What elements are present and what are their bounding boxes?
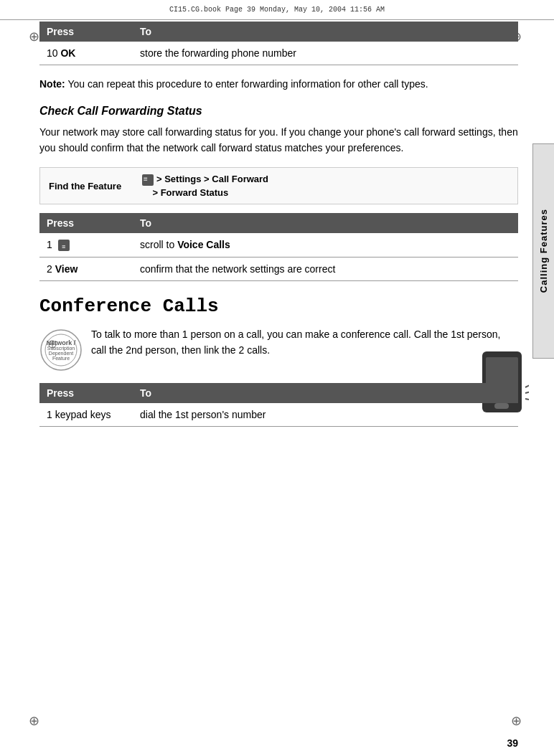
keypad-keys-label: keypad keys: [55, 409, 111, 420]
find-feature-icon: > Settings > Call Forward: [142, 174, 268, 186]
main-content: Press To 10 OK store the forwarding phon…: [39, 22, 518, 727]
view-label: View: [55, 263, 78, 275]
table-row: 1 ≡ scroll to Voice Calls: [39, 233, 518, 257]
note-paragraph: Note: You can repeat this procedure to e…: [39, 77, 518, 92]
check-press-to-table: Press To 1 ≡ scroll to Voice Calls: [39, 213, 518, 281]
find-feature-box: Find the Feature > Settings > Call Forwa…: [39, 167, 518, 204]
menu-icon-cell: ≡: [58, 240, 70, 251]
page-number: 39: [507, 737, 518, 749]
row-press-cell: 2 View: [39, 257, 133, 281]
find-feature-label: Find the Feature: [49, 181, 142, 192]
ok-label: OK: [60, 47, 75, 59]
conf-table-press-header: Press: [39, 383, 133, 403]
table-row: 2 View confirm that the network settings…: [39, 257, 518, 281]
svg-line-5: [525, 399, 529, 400]
row-press-cell: 1 keypad keys: [39, 403, 133, 427]
row-press-cell: 1 ≡: [39, 233, 133, 257]
svg-text:Feature: Feature: [52, 356, 70, 362]
row-action-cell: dial the 1st person's number: [133, 403, 518, 427]
note-label: Note:: [39, 78, 65, 90]
find-feature-path-line2: > Forward Status: [142, 187, 268, 198]
row-press-cell: 10 OK: [39, 42, 133, 65]
table-row: 10 OK store the forwarding phone number: [39, 42, 518, 65]
header-text: CI15.CG.book Page 39 Monday, May 10, 200…: [43, 6, 511, 14]
row-action-cell: store the forwarding phone number: [133, 42, 518, 65]
check-table-press-header: Press: [39, 213, 133, 233]
side-tab-label: Calling Features: [538, 209, 549, 293]
voice-calls-text: Voice Calls: [177, 239, 230, 250]
menu-icon: [142, 174, 154, 186]
row-action-cell: scroll to Voice Calls: [133, 233, 518, 257]
check-section-body: Your network may store call forwarding s…: [39, 125, 518, 156]
conference-heading: Conference Calls: [39, 296, 518, 317]
top-table-press-header: Press: [39, 22, 133, 42]
network-feature-row: Network / Subscription Dependent Feature…: [39, 327, 518, 372]
conference-body: To talk to more than 1 person on a call,…: [91, 327, 518, 358]
top-table-to-header: To: [133, 22, 518, 42]
find-feature-path: > Settings > Call Forward > Forward Stat…: [142, 174, 268, 198]
table-row: 1 keypad keys dial the 1st person's numb…: [39, 403, 518, 427]
conf-table-to-header: To: [133, 383, 518, 403]
top-press-to-table: Press To 10 OK store the forwarding phon…: [39, 22, 518, 65]
svg-line-3: [525, 384, 529, 387]
note-text: You can repeat this procedure to enter f…: [65, 78, 428, 90]
find-feature-path-line1: > Settings > Call Forward: [156, 174, 268, 184]
svg-line-4: [525, 391, 529, 393]
check-section-heading: Check Call Forwarding Status: [39, 105, 518, 118]
header-bar: CI15.CG.book Page 39 Monday, May 10, 200…: [0, 0, 554, 20]
network-subscription-icon: Network / Subscription Dependent Feature: [39, 329, 83, 372]
check-table-to-header: To: [133, 213, 518, 233]
row-number: 10: [47, 47, 60, 59]
conference-press-to-table: Press To 1 keypad keys dial the 1st pers…: [39, 383, 518, 427]
row-action-cell: confirm that the network settings are co…: [133, 257, 518, 281]
side-tab: Calling Features: [532, 143, 554, 359]
